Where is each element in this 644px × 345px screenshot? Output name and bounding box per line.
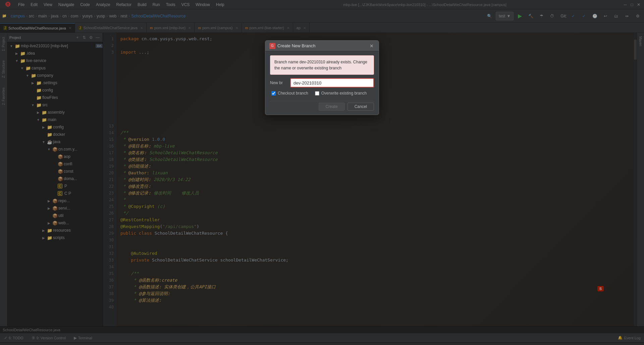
overwrite-branch-checkbox-label[interactable]: Overwrite existing branch	[315, 91, 367, 96]
modal-error-message: Branch name dev-20210310 already exists.…	[270, 55, 374, 75]
modal-title: Create New Branch	[277, 43, 315, 48]
modal-body: Branch name dev-20210310 already exists.…	[265, 51, 379, 115]
modal-close-button[interactable]: ✕	[369, 43, 375, 49]
modal-input-row: New br	[270, 78, 374, 88]
create-branch-modal: G Create New Branch ✕ Branch name dev-20…	[265, 40, 379, 115]
cancel-button-label: Cancel	[355, 104, 367, 109]
modal-overlay: G Create New Branch ✕ Branch name dev-20…	[0, 0, 644, 345]
checkout-branch-checkbox-label[interactable]: Checkout branch	[271, 91, 308, 96]
checkout-branch-checkbox[interactable]	[271, 91, 276, 96]
overwrite-branch-checkbox[interactable]	[315, 91, 319, 96]
overwrite-branch-label: Overwrite existing branch	[321, 91, 367, 96]
modal-title-bar: G Create New Branch ✕	[265, 41, 379, 51]
modal-actions: Create Cancel	[270, 101, 374, 111]
modal-new-branch-label: New br	[270, 80, 290, 85]
create-button-label: Create	[326, 104, 338, 109]
modal-error-text: Branch name dev-20210310 already exists.…	[274, 60, 367, 70]
branch-name-input[interactable]	[290, 78, 374, 88]
cancel-button[interactable]: Cancel	[347, 103, 374, 111]
create-button[interactable]: Create	[319, 103, 345, 111]
modal-checkboxes: Checkout branch Overwrite existing branc…	[270, 91, 374, 96]
modal-git-icon: G	[269, 43, 275, 49]
checkout-branch-label: Checkout branch	[278, 91, 308, 96]
